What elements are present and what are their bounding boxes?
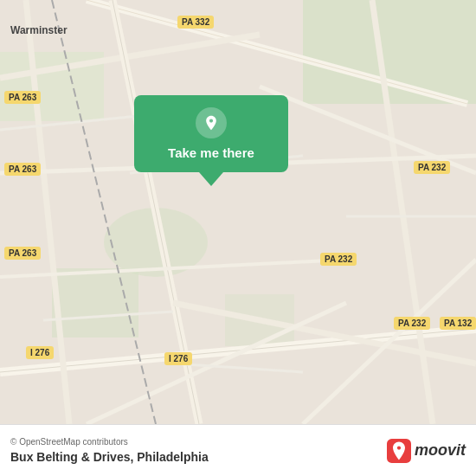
bottom-bar: © OpenStreetMap contributors Bux Belting… — [0, 424, 476, 476]
popup-arrow — [199, 172, 223, 186]
road-label-pa332-top: PA 332 — [177, 16, 214, 29]
road-label-pa132: PA 132 — [440, 317, 476, 330]
attribution-text: © OpenStreetMap contributors — [10, 437, 209, 447]
popup-label: Take me there — [168, 145, 254, 160]
road-label-i276-left: I 276 — [26, 346, 54, 359]
road-label-pa263-1: PA 263 — [4, 91, 41, 104]
warminster-label: Warminster — [10, 24, 68, 36]
moovit-brand-text: moovit — [415, 441, 466, 460]
bottom-left-info: © OpenStreetMap contributors Bux Belting… — [10, 437, 209, 464]
road-label-pa232-1: PA 232 — [414, 161, 450, 174]
map-container: PA 332 PA 263 PA 263 PA 263 PA 232 PA 23… — [0, 0, 476, 476]
location-pin-icon — [196, 107, 227, 138]
map-popup[interactable]: Take me there — [134, 95, 288, 186]
moovit-icon — [387, 439, 411, 463]
location-name: Bux Belting & Drives, Philadelphia — [10, 450, 209, 464]
road-label-pa232-3: PA 232 — [394, 317, 430, 330]
road-label-pa232-2: PA 232 — [320, 253, 357, 266]
map-background — [0, 0, 476, 424]
popup-box[interactable]: Take me there — [134, 95, 288, 172]
road-label-pa263-3: PA 263 — [4, 247, 41, 260]
road-label-pa263-2: PA 263 — [4, 163, 41, 176]
moovit-logo: moovit — [387, 439, 466, 463]
road-label-i276-right: I 276 — [164, 352, 192, 365]
